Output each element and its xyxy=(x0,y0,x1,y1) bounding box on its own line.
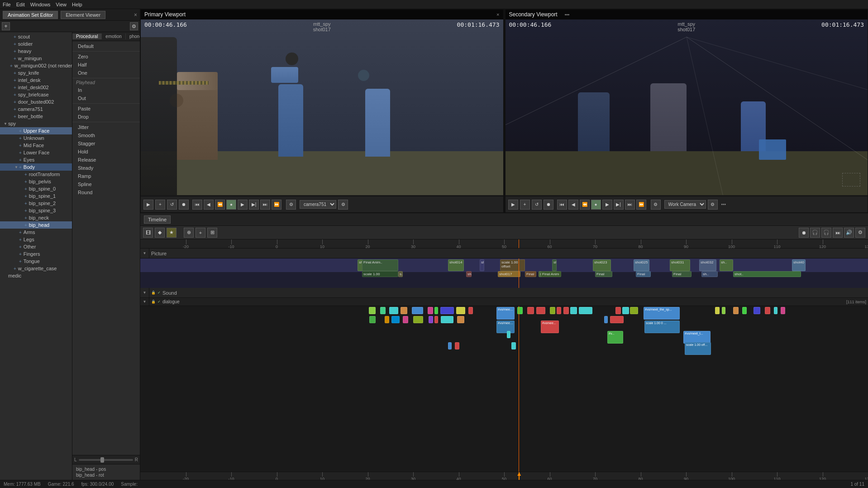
add-animation-btn[interactable]: + xyxy=(2,22,10,30)
sound-clip-22[interactable] xyxy=(536,307,545,314)
tree-item-Other[interactable]: +Other xyxy=(0,243,72,250)
tl-gear-btn[interactable]: ⚙ xyxy=(855,228,865,238)
menu-item-stagger[interactable]: Stagger xyxy=(72,139,140,148)
settings-btn[interactable]: ⚙ xyxy=(286,200,296,210)
sec-play-btn[interactable]: ▶ xyxy=(508,200,518,210)
panel-close-btn[interactable]: × xyxy=(134,12,137,18)
menu-item-zero[interactable]: Zero xyxy=(72,53,140,61)
menu-file[interactable]: File xyxy=(3,2,11,7)
tree-item-medic[interactable]: medic xyxy=(0,272,72,279)
tree-item-Tongue[interactable]: +Tongue xyxy=(0,258,72,265)
sound-clip-49[interactable] xyxy=(455,342,459,349)
tl-more-btn[interactable]: ⊞ xyxy=(207,228,217,238)
picture-clip-17[interactable]: Final Anim xyxy=(595,271,612,277)
tree-item-Unknown[interactable]: +Unknown xyxy=(0,134,72,142)
tl-jump-end-btn[interactable]: ⏭ xyxy=(833,228,843,238)
sound-clip-8[interactable] xyxy=(456,307,465,314)
tree-item-w_minigun[interactable]: +w_minigun xyxy=(0,55,72,62)
tree-item-rootTransform[interactable]: +rootTransform xyxy=(0,171,72,178)
tl-record-btn[interactable]: ⏺ xyxy=(799,228,809,238)
tree-item-Eyes[interactable]: +Eyes xyxy=(0,156,72,163)
skip-back-btn[interactable]: ⏮ xyxy=(192,200,202,210)
picture-clip-16[interactable]: shot023 xyxy=(593,259,611,271)
sound-clip-5[interactable] xyxy=(428,307,433,314)
settings-btn[interactable]: ⚙ xyxy=(130,22,138,30)
sound-clip-42[interactable] xyxy=(754,307,760,314)
sound-clip-34[interactable] xyxy=(610,316,624,323)
tl-add-btn[interactable]: + xyxy=(196,228,205,238)
sound-clip-43[interactable] xyxy=(765,307,770,314)
menu-item-paste[interactable]: Paste xyxy=(72,105,140,113)
tree-item-heavy[interactable]: +heavy xyxy=(0,48,72,55)
camera-settings-btn[interactable]: ⚙ xyxy=(338,200,348,210)
sec-camera-settings-btn[interactable]: ⚙ xyxy=(708,200,718,210)
sec-loop-btn[interactable]: ↺ xyxy=(532,200,542,210)
sound-clip-37[interactable]: #v... xyxy=(607,331,623,344)
tl-headphone-btn[interactable]: 🎧 xyxy=(810,228,820,238)
tree-item-beer_bottle[interactable]: +beer_bottle xyxy=(0,113,72,120)
menu-item-spline[interactable]: Spline xyxy=(72,180,140,188)
tree-item-Body[interactable]: ▼+Body xyxy=(0,163,72,171)
menu-item-round[interactable]: Round xyxy=(72,188,140,196)
sound-clip-10[interactable] xyxy=(369,316,376,323)
picture-clip-9[interactable]: shot017 xyxy=(498,271,520,277)
sound-clip-38[interactable] xyxy=(715,307,720,314)
sec-frame-back-btn[interactable]: ◀ xyxy=(568,200,578,210)
tree-item-w_cigarette_case[interactable]: +w_cigarette_case xyxy=(0,265,72,272)
frame-back-btn[interactable]: ◀ xyxy=(204,200,214,210)
menu-item-default[interactable]: Default xyxy=(72,42,140,50)
tree-item-camera751[interactable]: +camera751 xyxy=(0,105,72,113)
tl-headphone2-btn[interactable]: 🎧 xyxy=(821,228,831,238)
tree-item-bip_pelvis[interactable]: +bip_pelvis xyxy=(0,178,72,185)
picture-clip-3[interactable]: s.. xyxy=(398,271,403,277)
tree-item-w_minigun002[interactable]: +w_minigun002 (not render... xyxy=(0,62,72,69)
element-viewer-tab[interactable]: Element Viewer xyxy=(61,11,105,19)
sound-clip-11[interactable] xyxy=(385,316,389,323)
tree-item-intel_desk[interactable]: +intel_desk xyxy=(0,77,72,84)
menu-item-jitter[interactable]: Jitter xyxy=(72,123,140,131)
sound-collapse[interactable]: ▼ xyxy=(140,288,149,298)
sound-clip-20[interactable] xyxy=(517,307,523,314)
menu-item-release[interactable]: Release xyxy=(72,156,140,164)
sound-clip-6[interactable] xyxy=(434,307,438,314)
sec-settings-btn[interactable]: ⚙ xyxy=(651,200,661,210)
picture-clip-11[interactable]: Final xyxy=(525,271,536,277)
picture-clip-12[interactable]: scale 1.00 offset xyxy=(500,259,525,271)
tree-item-bip_spine_3[interactable]: +bip_spine_3 xyxy=(0,207,72,214)
sound-clip-28[interactable]: #vo/meet... xyxy=(496,321,515,333)
tl-filmstrip-btn[interactable]: 🎞 xyxy=(143,228,153,238)
picture-clip-14[interactable]: sh.. xyxy=(552,259,557,271)
sec-extra-btn[interactable]: ••• xyxy=(721,202,726,207)
picture-clip-18[interactable]: shot025 xyxy=(634,259,649,271)
picture-clip-4[interactable]: Final Anim.. xyxy=(362,259,398,271)
tree-item-scout[interactable]: +scout xyxy=(0,33,72,40)
sound-clip-19[interactable]: #vo/meet_the_s... xyxy=(496,307,515,320)
menu-item-in[interactable]: In xyxy=(72,86,140,94)
sound-clip-15[interactable] xyxy=(429,316,433,323)
tree-item-bip_neck[interactable]: +bip_neck xyxy=(0,214,72,221)
menu-item-half[interactable]: Half xyxy=(72,61,140,69)
sound-clip-9[interactable] xyxy=(468,307,473,314)
sec-play-fwd-btn[interactable]: ▶ xyxy=(602,200,612,210)
tree-item-bip_head[interactable]: +bip_head xyxy=(0,221,72,229)
sec-frame-fwd-btn[interactable]: ▶| xyxy=(614,200,624,210)
sec-go-end-btn[interactable]: ⏩ xyxy=(636,200,646,210)
skip-fwd-btn[interactable]: ⏭ xyxy=(260,200,270,210)
menu-help[interactable]: Help xyxy=(72,2,82,7)
sound-clip-51[interactable] xyxy=(511,342,516,349)
sound-clip-2[interactable] xyxy=(389,307,398,314)
tree-item-bip_spine_0[interactable]: +bip_spine_0 xyxy=(0,185,72,192)
sound-clip-35[interactable]: #vo/meet_the_sp... xyxy=(644,307,680,320)
sound-clip-40[interactable] xyxy=(733,307,739,314)
sound-clip-41[interactable] xyxy=(742,307,747,314)
sound-clip-25[interactable] xyxy=(563,307,569,314)
sound-clip-48[interactable] xyxy=(448,342,452,349)
sound-clip-30[interactable] xyxy=(615,307,621,314)
menu-item-out[interactable]: Out xyxy=(72,94,140,102)
tl-star-btn[interactable]: ★ xyxy=(167,228,176,238)
tree-item-spy_knife[interactable]: +spy_knife xyxy=(0,69,72,77)
sec-record-btn[interactable]: ⏺ xyxy=(544,200,553,210)
tree-item-Legs[interactable]: +Legs xyxy=(0,236,72,243)
menu-item-smooth[interactable]: Smooth xyxy=(72,131,140,139)
picture-clip-25[interactable]: shot.. xyxy=(733,271,801,277)
